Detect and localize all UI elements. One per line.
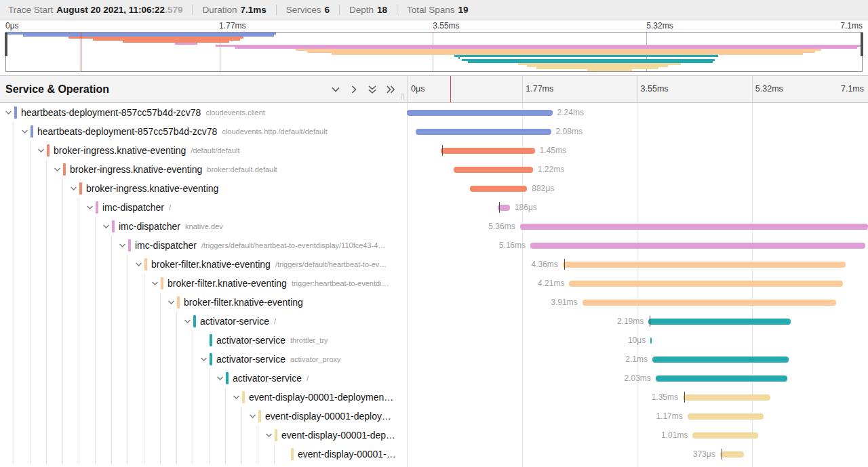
span-timeline-cell[interactable]: 4.21ms (407, 274, 868, 293)
span-duration-bar[interactable] (416, 129, 551, 135)
timeline-axis-header[interactable]: 0μs 1.77ms 3.55ms 5.32ms 7.1ms (408, 76, 868, 102)
span-duration-bar[interactable] (520, 224, 868, 230)
minimap-scrubber-handle-right[interactable] (861, 33, 863, 56)
span-timeline-cell[interactable]: 1.01ms (407, 426, 868, 445)
span-row[interactable]: activator-servicethrottler_try10μs (0, 331, 868, 350)
span-row[interactable]: broker-filter.knative-eventingtrigger:he… (0, 274, 868, 293)
span-row[interactable]: broker-ingress.knative-eventing882μs (0, 179, 868, 198)
span-name-cell[interactable]: activator-servicethrottler_try (0, 331, 407, 350)
span-name-cell[interactable]: activator-serviceactivator_proxy (0, 350, 407, 369)
collapse-one-button[interactable] (330, 84, 341, 95)
span-row[interactable]: activator-service/2.19ms (0, 312, 868, 331)
span-timeline-cell[interactable]: 10μs (407, 331, 868, 350)
expander-chevron-icon[interactable] (35, 141, 47, 160)
collapse-all-button[interactable] (367, 84, 378, 95)
span-row[interactable]: activator-service/2.03ms (0, 369, 868, 388)
span-name-cell[interactable]: broker-ingress.knative-eventing (0, 179, 407, 198)
expander-chevron-icon[interactable] (231, 388, 242, 407)
span-row[interactable]: imc-dispatcherknative.dev5.36ms (0, 217, 868, 236)
span-duration-bar[interactable] (454, 167, 533, 173)
span-row[interactable]: event-display-00001-dep…1.01ms (0, 426, 868, 445)
span-duration-bar[interactable] (692, 432, 758, 439)
expand-all-button[interactable] (385, 84, 396, 95)
span-row[interactable]: activator-serviceactivator_proxy2.1ms (0, 350, 868, 369)
span-name-cell[interactable]: broker-filter.knative-eventingtrigger:he… (0, 274, 407, 293)
span-duration-bar[interactable] (650, 338, 652, 344)
span-name-cell[interactable]: imc-dispatcherknative.dev (0, 217, 407, 236)
span-duration-bar[interactable] (656, 375, 787, 382)
span-row[interactable]: event-display-00001-deploymen…1.35ms (0, 388, 868, 407)
span-name-cell[interactable]: event-display-00001-… (0, 445, 407, 464)
span-name-cell[interactable]: activator-service/ (0, 312, 407, 331)
expander-chevron-icon[interactable] (214, 369, 226, 388)
expander-chevron-icon[interactable] (84, 198, 96, 217)
span-duration-bar[interactable] (407, 110, 553, 116)
span-row[interactable]: event-display-00001-…373μs (0, 445, 868, 464)
span-timeline-cell[interactable]: 1.35ms (407, 388, 868, 407)
span-timeline-cell[interactable]: 3.91ms (407, 293, 868, 312)
expander-chevron-icon[interactable] (165, 293, 177, 312)
span-duration-bar[interactable] (441, 148, 535, 154)
expander-chevron-icon[interactable] (68, 179, 79, 198)
expander-chevron-icon[interactable] (3, 103, 14, 122)
span-timeline-cell[interactable]: 2.19ms (407, 312, 868, 331)
span-row[interactable]: imc-dispatcher/triggers/default/heartbea… (0, 236, 868, 255)
span-timeline-cell[interactable]: 882μs (407, 179, 868, 198)
span-timeline-cell[interactable]: 1.17ms (407, 407, 868, 426)
span-name-cell[interactable]: event-display-00001-deploy… (0, 407, 407, 426)
span-timeline-cell[interactable]: 2.24ms (407, 103, 868, 122)
span-duration-bar[interactable] (569, 281, 842, 287)
span-timeline-cell[interactable]: 373μs (407, 445, 868, 464)
span-name-cell[interactable]: event-display-00001-deploymen… (0, 388, 407, 407)
span-name-cell[interactable]: broker-ingress.knative-eventing/default/… (0, 141, 407, 160)
minimap-canvas[interactable] (5, 32, 863, 72)
span-row[interactable]: broker-filter.knative-eventing/triggers/… (0, 255, 868, 274)
span-timeline-cell[interactable]: 1.45ms (407, 141, 868, 160)
expander-chevron-icon[interactable] (19, 122, 31, 141)
expander-chevron-icon[interactable] (247, 407, 258, 426)
span-duration-bar[interactable] (688, 413, 764, 420)
span-duration-bar[interactable] (583, 300, 836, 306)
span-duration-bar[interactable] (720, 451, 745, 458)
expander-chevron-icon[interactable] (100, 217, 112, 236)
expander-chevron-icon[interactable] (52, 160, 63, 179)
expand-one-button[interactable] (349, 84, 359, 95)
expander-chevron-icon[interactable] (133, 255, 144, 274)
span-name-cell[interactable]: imc-dispatcher/triggers/default/heartbea… (0, 236, 407, 255)
span-row[interactable]: event-display-00001-deploy…1.17ms (0, 407, 868, 426)
span-timeline-cell[interactable]: 5.16ms (407, 236, 868, 255)
minimap-scrubber-handle-left[interactable] (5, 33, 7, 56)
span-timeline-cell[interactable]: 186μs (407, 198, 868, 217)
span-row[interactable]: imc-dispatcher/186μs (0, 198, 868, 217)
span-timeline-cell[interactable]: 2.08ms (407, 122, 868, 141)
span-timeline-cell[interactable]: 1.22ms (407, 160, 868, 179)
span-duration-bar[interactable] (683, 394, 770, 401)
span-timeline-cell[interactable]: 2.03ms (407, 369, 868, 388)
expander-chevron-icon[interactable] (263, 426, 275, 445)
span-timeline-cell[interactable]: 5.36ms (407, 217, 868, 236)
expander-chevron-icon[interactable] (117, 236, 128, 255)
span-row[interactable]: broker-filter.knative-eventing3.91ms (0, 293, 868, 312)
span-name-cell[interactable]: activator-service/ (0, 369, 407, 388)
expander-chevron-icon[interactable] (182, 312, 193, 331)
span-row[interactable]: heartbeats-deployment-857cc57b4d-zcv78cl… (0, 122, 868, 141)
span-row[interactable]: broker-ingress.knative-eventingbroker:de… (0, 160, 868, 179)
expander-chevron-icon[interactable] (198, 350, 210, 369)
column-resizer-grip[interactable] (401, 94, 403, 100)
span-name-cell[interactable]: broker-filter.knative-eventing/triggers/… (0, 255, 407, 274)
span-name-cell[interactable]: heartbeats-deployment-857cc57b4d-zcv78cl… (0, 122, 407, 141)
span-name-cell[interactable]: event-display-00001-dep… (0, 426, 407, 445)
span-duration-bar[interactable] (652, 357, 789, 363)
span-name-cell[interactable]: heartbeats-deployment-857cc57b4d-zcv78cl… (0, 103, 407, 122)
expander-chevron-icon[interactable] (149, 274, 161, 293)
span-row[interactable]: heartbeats-deployment-857cc57b4d-zcv78cl… (0, 103, 868, 122)
span-name-cell[interactable]: broker-filter.knative-eventing (0, 293, 407, 312)
span-duration-bar[interactable] (530, 243, 865, 249)
span-duration-bar[interactable] (648, 319, 791, 325)
span-duration-bar[interactable] (470, 186, 527, 192)
span-row[interactable]: broker-ingress.knative-eventing/default/… (0, 141, 868, 160)
span-duration-bar[interactable] (563, 262, 846, 268)
span-name-cell[interactable]: imc-dispatcher/ (0, 198, 407, 217)
span-timeline-cell[interactable]: 2.1ms (407, 350, 868, 369)
span-name-cell[interactable]: broker-ingress.knative-eventingbroker:de… (0, 160, 407, 179)
